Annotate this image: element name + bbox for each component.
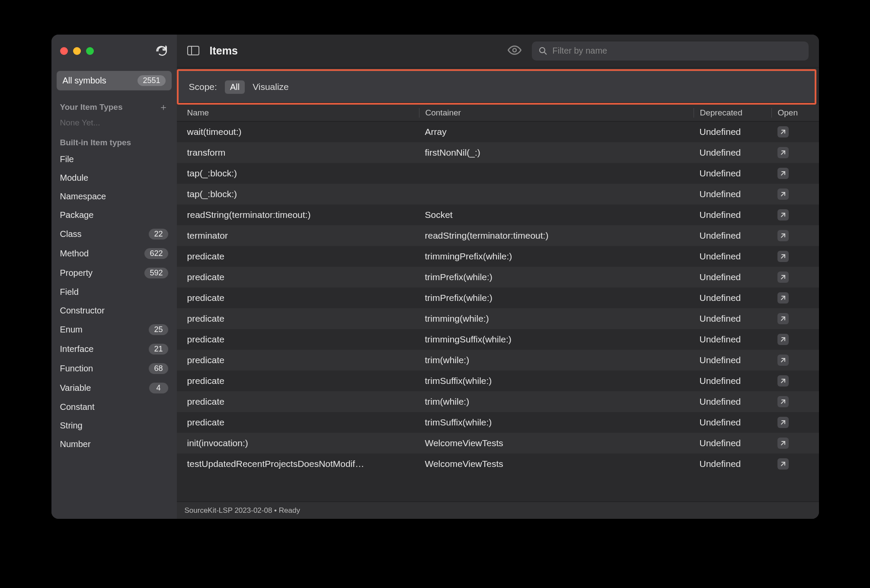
- maximize-button[interactable]: [86, 47, 94, 55]
- cell-name: predicate: [177, 334, 419, 345]
- sidebar-type-item[interactable]: Interface21: [57, 339, 172, 359]
- search-box[interactable]: [532, 42, 809, 61]
- cell-open: [771, 209, 819, 220]
- sidebar-type-item[interactable]: Variable4: [57, 378, 172, 398]
- open-arrow-icon[interactable]: [777, 355, 789, 366]
- sidebar-all-symbols[interactable]: All symbols 2551: [57, 71, 172, 90]
- open-arrow-icon[interactable]: [777, 189, 789, 200]
- table-row[interactable]: predicatetrimPrefix(while:)Undefined: [177, 267, 819, 288]
- open-arrow-icon[interactable]: [777, 126, 789, 137]
- table-row[interactable]: predicatetrim(while:)Undefined: [177, 350, 819, 371]
- table-row[interactable]: tap(_:block:)Undefined: [177, 163, 819, 184]
- open-arrow-icon[interactable]: [777, 334, 789, 345]
- svg-line-4: [544, 52, 547, 54]
- sidebar-body: All symbols 2551 Your Item Types ＋ None …: [51, 67, 177, 457]
- table-row[interactable]: terminatorreadString(terminator:timeout:…: [177, 225, 819, 246]
- open-arrow-icon[interactable]: [777, 458, 789, 470]
- open-arrow-icon[interactable]: [777, 230, 789, 241]
- sidebar-type-item[interactable]: Property592: [57, 263, 172, 283]
- open-arrow-icon[interactable]: [777, 147, 789, 158]
- cell-open: [771, 438, 819, 449]
- sidebar-type-item[interactable]: File: [57, 150, 172, 169]
- cell-open: [771, 147, 819, 158]
- table-row[interactable]: tap(_:block:)Undefined: [177, 184, 819, 205]
- cell-name: predicate: [177, 417, 419, 428]
- open-arrow-icon[interactable]: [777, 251, 789, 262]
- svg-line-7: [781, 172, 785, 175]
- svg-line-19: [781, 421, 785, 424]
- sidebar-type-item[interactable]: String: [57, 416, 172, 435]
- type-label: Module: [60, 173, 89, 183]
- cell-name: transform: [177, 147, 419, 158]
- cell-name: predicate: [177, 313, 419, 324]
- type-label: Package: [60, 210, 94, 220]
- cell-name: terminator: [177, 230, 419, 241]
- table-row[interactable]: init(invocation:)WelcomeViewTestsUndefin…: [177, 433, 819, 454]
- status-text: SourceKit-LSP 2023-02-08 • Ready: [185, 506, 300, 515]
- cell-deprecated: Undefined: [694, 210, 771, 220]
- open-arrow-icon[interactable]: [777, 168, 789, 179]
- sidebar-toggle-icon[interactable]: [187, 46, 199, 56]
- type-count: 68: [149, 363, 168, 374]
- open-arrow-icon[interactable]: [777, 272, 789, 283]
- table-row[interactable]: predicatetrimmingSuffix(while:)Undefined: [177, 329, 819, 350]
- table-body[interactable]: wait(timeout:)ArrayUndefinedtransformfir…: [177, 121, 819, 502]
- open-arrow-icon[interactable]: [777, 438, 789, 449]
- column-deprecated[interactable]: Deprecated: [694, 108, 771, 118]
- svg-line-10: [781, 234, 785, 237]
- column-open[interactable]: Open: [771, 108, 819, 118]
- sidebar-type-item[interactable]: Function68: [57, 359, 172, 378]
- cell-open: [771, 251, 819, 262]
- sidebar-type-item[interactable]: Namespace: [57, 187, 172, 206]
- sidebar-type-item[interactable]: Constructor: [57, 301, 172, 320]
- search-input[interactable]: [553, 46, 802, 56]
- cell-deprecated: Undefined: [694, 438, 771, 448]
- type-label: Method: [60, 249, 89, 259]
- column-container[interactable]: Container: [419, 108, 694, 118]
- table-row[interactable]: predicatetrimSuffix(while:)Undefined: [177, 412, 819, 433]
- cell-container: WelcomeViewTests: [419, 459, 694, 469]
- sidebar-type-item[interactable]: Enum25: [57, 320, 172, 339]
- refresh-icon[interactable]: [155, 45, 167, 57]
- open-arrow-icon[interactable]: [777, 417, 789, 428]
- table-row[interactable]: predicatetrimmingPrefix(while:)Undefined: [177, 246, 819, 267]
- minimize-button[interactable]: [73, 47, 81, 55]
- open-arrow-icon[interactable]: [777, 209, 789, 220]
- cell-open: [771, 292, 819, 304]
- sidebar-type-item[interactable]: Module: [57, 169, 172, 187]
- table-row[interactable]: predicatetrimPrefix(while:)Undefined: [177, 288, 819, 308]
- table-row[interactable]: transformfirstNonNil(_:)Undefined: [177, 142, 819, 163]
- status-bar: SourceKit-LSP 2023-02-08 • Ready: [177, 502, 819, 519]
- type-count: 622: [144, 248, 168, 259]
- table-row[interactable]: readString(terminator:timeout:)SocketUnd…: [177, 205, 819, 225]
- close-button[interactable]: [60, 47, 68, 55]
- open-arrow-icon[interactable]: [777, 292, 789, 304]
- column-name[interactable]: Name: [177, 108, 419, 118]
- type-count: 22: [149, 229, 168, 240]
- cell-open: [771, 168, 819, 179]
- cell-deprecated: Undefined: [694, 230, 771, 241]
- sidebar-type-item[interactable]: Constant: [57, 398, 172, 416]
- svg-point-3: [540, 48, 545, 53]
- open-arrow-icon[interactable]: [777, 375, 789, 387]
- sidebar-type-item[interactable]: Package: [57, 206, 172, 224]
- add-item-type-button[interactable]: ＋: [159, 101, 168, 114]
- sidebar-type-item[interactable]: Method622: [57, 244, 172, 263]
- sidebar-type-item[interactable]: Number: [57, 435, 172, 454]
- open-arrow-icon[interactable]: [777, 313, 789, 324]
- svg-rect-0: [188, 46, 199, 55]
- visibility-icon[interactable]: [508, 45, 521, 57]
- scope-all-chip[interactable]: All: [225, 80, 245, 94]
- table-row[interactable]: predicatetrim(while:)Undefined: [177, 391, 819, 412]
- table-row[interactable]: predicatetrimming(while:)Undefined: [177, 308, 819, 329]
- cell-name: init(invocation:): [177, 438, 419, 448]
- open-arrow-icon[interactable]: [777, 396, 789, 407]
- table-row[interactable]: predicatetrimSuffix(while:)Undefined: [177, 371, 819, 391]
- table-row[interactable]: wait(timeout:)ArrayUndefined: [177, 121, 819, 142]
- sidebar-type-item[interactable]: Class22: [57, 224, 172, 244]
- type-label: File: [60, 154, 74, 164]
- sidebar-type-item[interactable]: Field: [57, 283, 172, 301]
- scope-visualize-link[interactable]: Visualize: [253, 82, 289, 92]
- table-row[interactable]: testUpdatedRecentProjectsDoesNotModif…We…: [177, 454, 819, 474]
- cell-open: [771, 417, 819, 428]
